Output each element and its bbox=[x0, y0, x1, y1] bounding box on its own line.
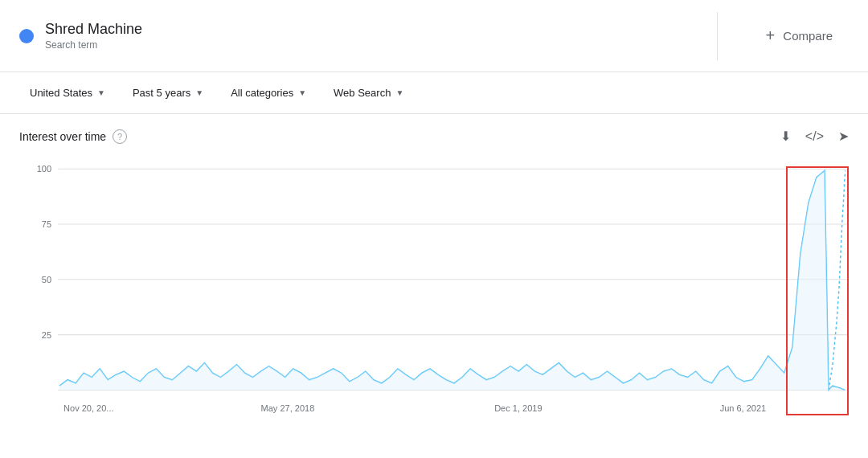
region-chevron-icon: ▼ bbox=[97, 88, 105, 97]
svg-text:50: 50 bbox=[42, 275, 51, 284]
category-label: All categories bbox=[231, 87, 293, 99]
timeframe-label: Past 5 years bbox=[133, 87, 190, 99]
svg-text:100: 100 bbox=[37, 164, 51, 174]
timeframe-chevron-icon: ▼ bbox=[195, 88, 203, 97]
timeframe-filter[interactable]: Past 5 years ▼ bbox=[122, 81, 214, 104]
chart-wrapper: 100 75 50 25 Nov 20, 20... May 27, 2018 … bbox=[19, 152, 849, 441]
header-divider bbox=[717, 12, 718, 60]
category-chevron-icon: ▼ bbox=[298, 88, 306, 97]
chart-title-group: Interest over time ? bbox=[19, 129, 127, 144]
chart-section: Interest over time ? ⬇ </> ➤ 100 75 50 2… bbox=[0, 114, 868, 449]
search-term-text: Shred Machine Search term bbox=[45, 21, 142, 51]
search-type-filter[interactable]: Web Search ▼ bbox=[323, 81, 414, 104]
embed-icon[interactable]: </> bbox=[805, 129, 824, 144]
svg-text:75: 75 bbox=[42, 219, 51, 229]
category-filter[interactable]: All categories ▼ bbox=[220, 81, 317, 104]
search-term-block: Shred Machine Search term bbox=[19, 21, 685, 51]
svg-marker-13 bbox=[59, 170, 845, 390]
filter-bar: United States ▼ Past 5 years ▼ All categ… bbox=[0, 72, 868, 114]
compare-button[interactable]: + Compare bbox=[750, 18, 849, 53]
svg-text:May 27, 2018: May 27, 2018 bbox=[261, 403, 315, 413]
share-icon[interactable]: ➤ bbox=[838, 129, 849, 144]
svg-text:25: 25 bbox=[42, 330, 51, 340]
search-type-chevron-icon: ▼ bbox=[395, 88, 403, 97]
chart-actions: ⬇ </> ➤ bbox=[780, 129, 849, 144]
help-icon[interactable]: ? bbox=[113, 129, 127, 144]
svg-text:Dec 1, 2019: Dec 1, 2019 bbox=[494, 403, 542, 413]
term-sub: Search term bbox=[45, 39, 142, 51]
compare-plus: + bbox=[766, 27, 776, 45]
compare-label: Compare bbox=[783, 29, 833, 43]
search-term-dot bbox=[19, 29, 34, 43]
search-type-label: Web Search bbox=[334, 87, 391, 99]
chart-svg: 100 75 50 25 Nov 20, 20... May 27, 2018 … bbox=[19, 152, 849, 441]
chart-header: Interest over time ? ⬇ </> ➤ bbox=[19, 129, 849, 144]
chart-title: Interest over time bbox=[19, 130, 106, 143]
region-label: United States bbox=[30, 87, 92, 99]
download-icon[interactable]: ⬇ bbox=[780, 129, 791, 144]
svg-text:Jun 6, 2021: Jun 6, 2021 bbox=[720, 403, 767, 413]
header: Shred Machine Search term + Compare bbox=[0, 0, 868, 72]
region-filter[interactable]: United States ▼ bbox=[19, 81, 116, 104]
term-name: Shred Machine bbox=[45, 21, 142, 38]
svg-text:Nov 20, 20...: Nov 20, 20... bbox=[63, 403, 113, 413]
